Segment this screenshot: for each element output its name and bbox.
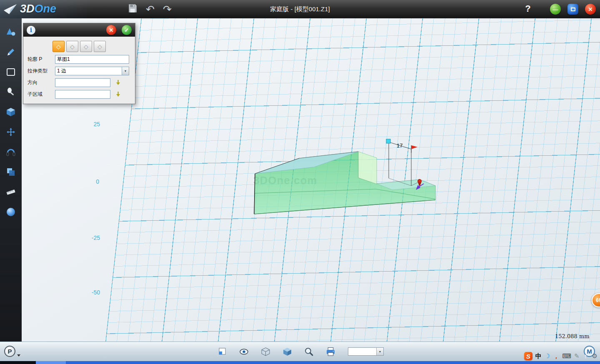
visibility-button[interactable] <box>238 346 250 357</box>
ruler-icon <box>6 187 16 197</box>
info-icon[interactable]: i <box>27 26 35 35</box>
maximize-button[interactable] <box>568 4 578 15</box>
sphere-icon <box>6 207 16 217</box>
ime-logo-icon[interactable]: S <box>524 352 532 360</box>
view-toolbar: P <box>0 342 600 361</box>
spoon-tool-icon <box>6 87 16 97</box>
drag-handle[interactable] <box>386 139 390 143</box>
ime-keyboard-icon[interactable]: ⌨ <box>562 352 571 360</box>
extrude-type-value: 1 边 <box>57 67 66 75</box>
view-select[interactable]: ▼ <box>348 347 384 356</box>
subregion-input[interactable] <box>55 90 110 99</box>
direction-input[interactable] <box>55 78 110 87</box>
pick-arrow-icon <box>115 91 121 97</box>
direction-picker-button[interactable] <box>115 80 121 86</box>
dialog-cancel-button[interactable]: ✕ <box>106 25 116 35</box>
sketch-plane-icon <box>6 67 16 77</box>
printer-icon <box>326 347 335 357</box>
taskbar-strip-light <box>36 361 66 364</box>
print-button[interactable] <box>325 346 336 357</box>
ime-tray: S 中 ☽ ， ⌨ ✎ ↑ ⚙ <box>524 352 598 361</box>
titlebar: 3DOne ↶ ↷ 家庭版 - [模型001.Z1] ? — ✕ <box>0 0 600 18</box>
eye-icon <box>239 347 249 357</box>
plane-mode-button[interactable]: P <box>4 346 15 357</box>
maximize-icon <box>571 7 575 11</box>
headset-icon <box>6 147 16 157</box>
extrude-preview-wireframe <box>389 142 419 186</box>
subregion-label: 子区域 <box>28 91 55 98</box>
sidebar-item-sketch-draw[interactable] <box>4 47 18 57</box>
window-title: 家庭版 - [模型001.Z1] <box>0 5 600 13</box>
plane-mode-caret-icon[interactable] <box>17 354 20 357</box>
ime-upload-icon[interactable]: ↑ <box>582 353 589 359</box>
sidebar-item-combine[interactable] <box>4 167 18 177</box>
tool-sidebar <box>0 18 22 342</box>
extrude-type-select[interactable]: 1 边 ▼ <box>55 67 129 75</box>
zoom-button[interactable] <box>303 346 315 357</box>
ime-punctuation-icon[interactable]: ， <box>553 352 559 360</box>
stacked-layers-icon <box>6 167 16 177</box>
sidebar-item-measure[interactable] <box>4 187 18 197</box>
align-view-button[interactable] <box>216 346 228 357</box>
subregion-row: 子区域 <box>28 90 131 99</box>
sidebar-item-move[interactable] <box>4 127 18 137</box>
extrude-type-2-button[interactable]: ◇ <box>66 41 78 52</box>
extrude-type-label: 拉伸类型 <box>28 67 55 75</box>
wireframe-cube-icon <box>261 347 270 357</box>
sidebar-item-sketch-plane[interactable] <box>4 67 18 77</box>
dialog-confirm-button[interactable]: ✓ <box>122 25 132 35</box>
extrude-type-row: 拉伸类型 1 边 ▼ <box>28 67 131 75</box>
app-window: 3DOne ↶ ↷ 家庭版 - [模型001.Z1] ? — ✕ <box>0 0 600 364</box>
pick-arrow-icon <box>115 80 121 86</box>
ime-halfwidth-moon-icon[interactable]: ☽ <box>545 352 550 360</box>
extrude-type-3-button[interactable]: ◇ <box>80 41 92 52</box>
pencil-icon <box>6 47 16 57</box>
cube-icon <box>6 107 16 117</box>
taskbar-strip <box>66 361 600 364</box>
profile-input[interactable] <box>55 55 129 64</box>
magnifier-icon <box>304 347 314 357</box>
shaded-display-button[interactable] <box>281 346 293 357</box>
wireframe-display-button[interactable] <box>260 346 271 357</box>
ime-settings-icon[interactable]: ⚙ <box>592 352 598 360</box>
dialog-header: i ✕ ✓ <box>23 23 135 37</box>
subregion-picker-button[interactable] <box>115 91 121 98</box>
chevron-down-icon[interactable]: ▼ <box>376 348 383 355</box>
sidebar-item-primitives[interactable] <box>4 27 18 37</box>
primitives-tool-icon <box>6 27 16 37</box>
help-button[interactable]: ? <box>522 3 534 14</box>
close-button[interactable]: ✕ <box>585 4 596 15</box>
sidebar-item-solid[interactable] <box>4 107 18 117</box>
extrude-type-buttons: ◇ ◇ ◇ ◇ <box>52 41 131 52</box>
move-arrows-icon <box>6 127 16 137</box>
extrude-dialog: i ✕ ✓ ◇ ◇ ◇ ◇ 轮廓 P 拉伸类型 1 边 ▼ <box>23 23 135 104</box>
direction-row: 方向 <box>28 78 131 87</box>
sidebar-item-assembly[interactable] <box>4 147 18 157</box>
flag-marker[interactable] <box>411 145 418 153</box>
ime-pen-icon[interactable]: ✎ <box>574 352 580 360</box>
extrude-type-4-button[interactable]: ◇ <box>94 41 106 52</box>
dimension-label: 17 <box>397 142 402 149</box>
sidebar-item-material[interactable] <box>4 207 18 217</box>
extrude-type-1-button[interactable]: ◇ <box>52 41 65 52</box>
minimize-button[interactable]: — <box>550 4 561 15</box>
taskbar-strip-dark <box>0 361 36 364</box>
shaded-cube-icon <box>282 347 292 357</box>
sidebar-item-special-shape[interactable] <box>4 87 18 97</box>
align-view-icon <box>218 347 227 357</box>
ime-mode-chinese-icon[interactable]: 中 <box>535 352 542 360</box>
profile-label: 轮廓 P <box>28 56 55 63</box>
dialog-body: ◇ ◇ ◇ ◇ 轮廓 P 拉伸类型 1 边 ▼ 方向 <box>23 37 135 104</box>
profile-row: 轮廓 P <box>28 55 131 64</box>
direction-label: 方向 <box>28 79 55 86</box>
chevron-down-icon[interactable]: ▼ <box>122 67 129 75</box>
